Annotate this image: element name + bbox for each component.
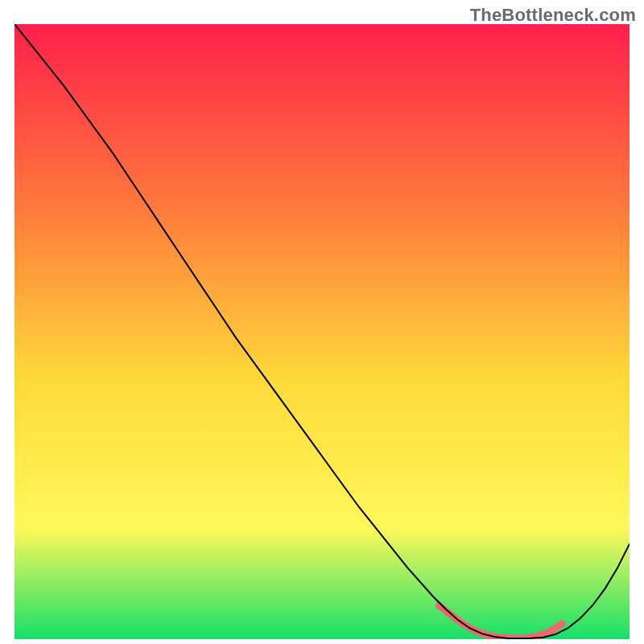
gradient-background <box>14 24 630 639</box>
chart-stage: TheBottleneck.com <box>0 0 644 644</box>
chart-svg <box>14 24 630 639</box>
watermark-text: TheBottleneck.com <box>470 5 636 26</box>
bottleneck-plot <box>14 24 630 639</box>
